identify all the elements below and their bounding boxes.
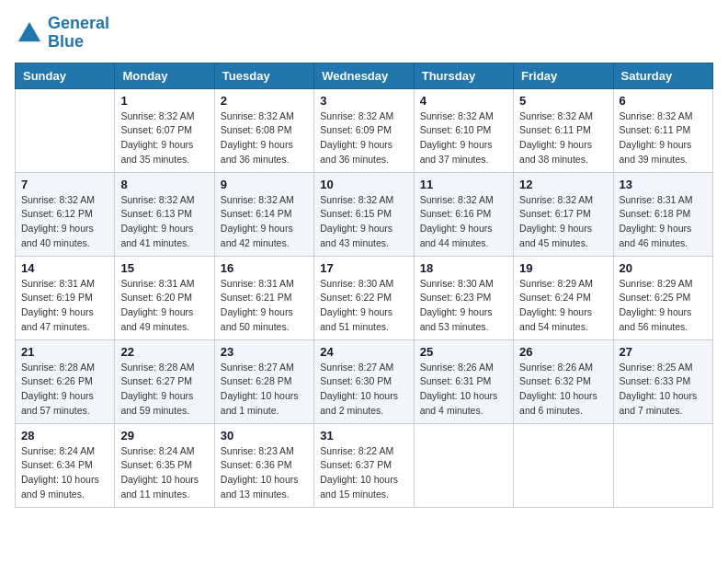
day-number: 16 bbox=[221, 261, 308, 275]
day-number: 11 bbox=[420, 178, 507, 191]
day-number: 3 bbox=[320, 94, 407, 108]
calendar-cell: 29Sunrise: 8:24 AMSunset: 6:35 PMDayligh… bbox=[115, 423, 214, 507]
day-info: Sunrise: 8:32 AMSunset: 6:14 PMDaylight:… bbox=[221, 193, 308, 251]
day-info: Sunrise: 8:31 AMSunset: 6:21 PMDaylight:… bbox=[221, 277, 308, 335]
calendar-cell: 15Sunrise: 8:31 AMSunset: 6:20 PMDayligh… bbox=[115, 256, 214, 339]
logo-icon bbox=[15, 18, 44, 48]
calendar-cell: 1Sunrise: 8:32 AMSunset: 6:07 PMDaylight… bbox=[115, 88, 214, 172]
logo-text: General Blue bbox=[48, 15, 109, 52]
day-number: 25 bbox=[420, 345, 507, 359]
calendar-cell: 23Sunrise: 8:27 AMSunset: 6:28 PMDayligh… bbox=[214, 339, 313, 423]
day-number: 22 bbox=[120, 345, 208, 359]
calendar-header-row: SundayMondayTuesdayWednesdayThursdayFrid… bbox=[16, 63, 713, 88]
header-day-monday: Monday bbox=[115, 63, 214, 88]
calendar-cell: 24Sunrise: 8:27 AMSunset: 6:30 PMDayligh… bbox=[314, 339, 414, 423]
day-info: Sunrise: 8:32 AMSunset: 6:11 PMDaylight:… bbox=[519, 109, 607, 167]
day-number: 5 bbox=[519, 94, 607, 108]
calendar-cell: 16Sunrise: 8:31 AMSunset: 6:21 PMDayligh… bbox=[214, 256, 313, 339]
day-number: 30 bbox=[221, 429, 308, 442]
calendar-cell: 2Sunrise: 8:32 AMSunset: 6:08 PMDaylight… bbox=[214, 88, 313, 172]
calendar-cell: 18Sunrise: 8:30 AMSunset: 6:23 PMDayligh… bbox=[414, 256, 513, 339]
day-info: Sunrise: 8:28 AMSunset: 6:26 PMDaylight:… bbox=[21, 361, 108, 419]
day-info: Sunrise: 8:31 AMSunset: 6:19 PMDaylight:… bbox=[21, 277, 108, 335]
logo: General Blue bbox=[15, 15, 109, 52]
day-info: Sunrise: 8:32 AMSunset: 6:13 PMDaylight:… bbox=[120, 193, 208, 251]
day-info: Sunrise: 8:32 AMSunset: 6:12 PMDaylight:… bbox=[21, 193, 108, 251]
day-number: 13 bbox=[620, 178, 707, 191]
header-day-sunday: Sunday bbox=[16, 63, 115, 88]
day-info: Sunrise: 8:31 AMSunset: 6:20 PMDaylight:… bbox=[120, 277, 208, 335]
calendar-cell: 25Sunrise: 8:26 AMSunset: 6:31 PMDayligh… bbox=[414, 339, 513, 423]
day-number: 24 bbox=[320, 345, 407, 359]
calendar-cell: 7Sunrise: 8:32 AMSunset: 6:12 PMDaylight… bbox=[16, 172, 115, 256]
header-day-wednesday: Wednesday bbox=[314, 63, 414, 88]
header-day-saturday: Saturday bbox=[613, 63, 712, 88]
calendar-cell: 27Sunrise: 8:25 AMSunset: 6:33 PMDayligh… bbox=[613, 339, 712, 423]
day-number: 17 bbox=[320, 261, 407, 275]
calendar-cell: 9Sunrise: 8:32 AMSunset: 6:14 PMDaylight… bbox=[214, 172, 313, 256]
day-number: 15 bbox=[120, 261, 208, 275]
day-info: Sunrise: 8:32 AMSunset: 6:11 PMDaylight:… bbox=[620, 109, 707, 167]
calendar-week-5: 28Sunrise: 8:24 AMSunset: 6:34 PMDayligh… bbox=[16, 423, 713, 507]
day-number: 31 bbox=[320, 429, 407, 442]
day-info: Sunrise: 8:32 AMSunset: 6:07 PMDaylight:… bbox=[120, 109, 208, 167]
day-info: Sunrise: 8:26 AMSunset: 6:32 PMDaylight:… bbox=[519, 361, 607, 419]
calendar-cell: 20Sunrise: 8:29 AMSunset: 6:25 PMDayligh… bbox=[613, 256, 712, 339]
day-info: Sunrise: 8:32 AMSunset: 6:16 PMDaylight:… bbox=[420, 193, 507, 251]
day-info: Sunrise: 8:29 AMSunset: 6:25 PMDaylight:… bbox=[620, 277, 707, 335]
header-day-tuesday: Tuesday bbox=[214, 63, 313, 88]
day-info: Sunrise: 8:24 AMSunset: 6:34 PMDaylight:… bbox=[21, 444, 108, 502]
calendar-cell: 13Sunrise: 8:31 AMSunset: 6:18 PMDayligh… bbox=[613, 172, 712, 256]
day-info: Sunrise: 8:32 AMSunset: 6:17 PMDaylight:… bbox=[519, 193, 607, 251]
calendar-cell: 4Sunrise: 8:32 AMSunset: 6:10 PMDaylight… bbox=[414, 88, 513, 172]
day-number: 8 bbox=[120, 178, 208, 191]
day-number: 26 bbox=[519, 345, 607, 359]
day-info: Sunrise: 8:30 AMSunset: 6:22 PMDaylight:… bbox=[320, 277, 407, 335]
calendar-cell: 31Sunrise: 8:22 AMSunset: 6:37 PMDayligh… bbox=[314, 423, 414, 507]
calendar-cell: 14Sunrise: 8:31 AMSunset: 6:19 PMDayligh… bbox=[16, 256, 115, 339]
day-info: Sunrise: 8:32 AMSunset: 6:15 PMDaylight:… bbox=[320, 193, 407, 251]
calendar-cell bbox=[613, 423, 712, 507]
calendar-week-1: 1Sunrise: 8:32 AMSunset: 6:07 PMDaylight… bbox=[16, 88, 713, 172]
day-info: Sunrise: 8:26 AMSunset: 6:31 PMDaylight:… bbox=[420, 361, 507, 419]
calendar-week-3: 14Sunrise: 8:31 AMSunset: 6:19 PMDayligh… bbox=[16, 256, 713, 339]
calendar-cell: 21Sunrise: 8:28 AMSunset: 6:26 PMDayligh… bbox=[16, 339, 115, 423]
day-info: Sunrise: 8:31 AMSunset: 6:18 PMDaylight:… bbox=[620, 193, 707, 251]
day-number: 19 bbox=[519, 261, 607, 275]
day-number: 4 bbox=[420, 94, 507, 108]
day-info: Sunrise: 8:24 AMSunset: 6:35 PMDaylight:… bbox=[120, 444, 208, 502]
day-number: 18 bbox=[420, 261, 507, 275]
day-info: Sunrise: 8:29 AMSunset: 6:24 PMDaylight:… bbox=[519, 277, 607, 335]
day-info: Sunrise: 8:30 AMSunset: 6:23 PMDaylight:… bbox=[420, 277, 507, 335]
day-number: 28 bbox=[21, 429, 108, 442]
day-info: Sunrise: 8:23 AMSunset: 6:36 PMDaylight:… bbox=[221, 444, 308, 502]
day-number: 29 bbox=[120, 429, 208, 442]
day-number: 2 bbox=[221, 94, 308, 108]
calendar-cell: 30Sunrise: 8:23 AMSunset: 6:36 PMDayligh… bbox=[214, 423, 313, 507]
calendar-cell: 17Sunrise: 8:30 AMSunset: 6:22 PMDayligh… bbox=[314, 256, 414, 339]
calendar-cell: 22Sunrise: 8:28 AMSunset: 6:27 PMDayligh… bbox=[115, 339, 214, 423]
day-number: 1 bbox=[120, 94, 208, 108]
calendar-cell: 6Sunrise: 8:32 AMSunset: 6:11 PMDaylight… bbox=[613, 88, 712, 172]
calendar-cell: 3Sunrise: 8:32 AMSunset: 6:09 PMDaylight… bbox=[314, 88, 414, 172]
day-number: 12 bbox=[519, 178, 607, 191]
day-number: 14 bbox=[21, 261, 108, 275]
day-info: Sunrise: 8:32 AMSunset: 6:10 PMDaylight:… bbox=[420, 109, 507, 167]
calendar-cell: 5Sunrise: 8:32 AMSunset: 6:11 PMDaylight… bbox=[514, 88, 613, 172]
calendar-cell: 8Sunrise: 8:32 AMSunset: 6:13 PMDaylight… bbox=[115, 172, 214, 256]
day-number: 23 bbox=[221, 345, 308, 359]
day-info: Sunrise: 8:27 AMSunset: 6:30 PMDaylight:… bbox=[320, 361, 407, 419]
day-info: Sunrise: 8:28 AMSunset: 6:27 PMDaylight:… bbox=[120, 361, 208, 419]
calendar-cell: 28Sunrise: 8:24 AMSunset: 6:34 PMDayligh… bbox=[16, 423, 115, 507]
page-header: General Blue bbox=[15, 15, 713, 52]
day-number: 9 bbox=[221, 178, 308, 191]
calendar-table: SundayMondayTuesdayWednesdayThursdayFrid… bbox=[15, 63, 713, 508]
day-number: 21 bbox=[21, 345, 108, 359]
calendar-cell: 11Sunrise: 8:32 AMSunset: 6:16 PMDayligh… bbox=[414, 172, 513, 256]
header-day-thursday: Thursday bbox=[414, 63, 513, 88]
day-info: Sunrise: 8:32 AMSunset: 6:09 PMDaylight:… bbox=[320, 109, 407, 167]
day-number: 20 bbox=[620, 261, 707, 275]
day-number: 27 bbox=[620, 345, 707, 359]
day-info: Sunrise: 8:27 AMSunset: 6:28 PMDaylight:… bbox=[221, 361, 308, 419]
calendar-cell bbox=[514, 423, 613, 507]
